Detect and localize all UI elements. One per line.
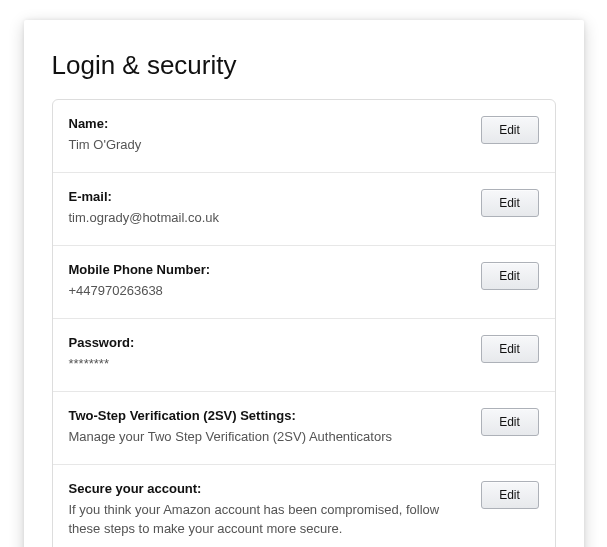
edit-email-button[interactable]: Edit <box>481 189 539 217</box>
settings-list: Name: Tim O'Grady Edit E-mail: tim.ograd… <box>52 99 556 547</box>
email-value: tim.ogrady@hotmail.co.uk <box>69 208 469 228</box>
name-value: Tim O'Grady <box>69 135 469 155</box>
row-phone-text: Mobile Phone Number: +447970263638 <box>69 260 481 300</box>
row-secure-account: Secure your account: If you think your A… <box>53 465 555 547</box>
password-label: Password: <box>69 333 469 353</box>
secure-value: If you think your Amazon account has bee… <box>69 500 469 539</box>
row-password-text: Password: ******** <box>69 333 481 373</box>
page-title: Login & security <box>52 50 556 81</box>
row-password: Password: ******** Edit <box>53 319 555 392</box>
row-phone: Mobile Phone Number: +447970263638 Edit <box>53 246 555 319</box>
login-security-card: Login & security Name: Tim O'Grady Edit … <box>24 20 584 547</box>
password-value: ******** <box>69 354 469 374</box>
edit-name-button[interactable]: Edit <box>481 116 539 144</box>
name-label: Name: <box>69 114 469 134</box>
two-step-value: Manage your Two Step Verification (2SV) … <box>69 427 469 447</box>
edit-phone-button[interactable]: Edit <box>481 262 539 290</box>
edit-password-button[interactable]: Edit <box>481 335 539 363</box>
two-step-label: Two-Step Verification (2SV) Settings: <box>69 406 469 426</box>
email-label: E-mail: <box>69 187 469 207</box>
edit-secure-button[interactable]: Edit <box>481 481 539 509</box>
edit-2sv-button[interactable]: Edit <box>481 408 539 436</box>
row-email: E-mail: tim.ogrady@hotmail.co.uk Edit <box>53 173 555 246</box>
secure-label: Secure your account: <box>69 479 469 499</box>
row-secure-text: Secure your account: If you think your A… <box>69 479 481 539</box>
phone-label: Mobile Phone Number: <box>69 260 469 280</box>
row-name: Name: Tim O'Grady Edit <box>53 100 555 173</box>
row-2sv: Two-Step Verification (2SV) Settings: Ma… <box>53 392 555 465</box>
row-2sv-text: Two-Step Verification (2SV) Settings: Ma… <box>69 406 481 446</box>
row-name-text: Name: Tim O'Grady <box>69 114 481 154</box>
phone-value: +447970263638 <box>69 281 469 301</box>
row-email-text: E-mail: tim.ogrady@hotmail.co.uk <box>69 187 481 227</box>
